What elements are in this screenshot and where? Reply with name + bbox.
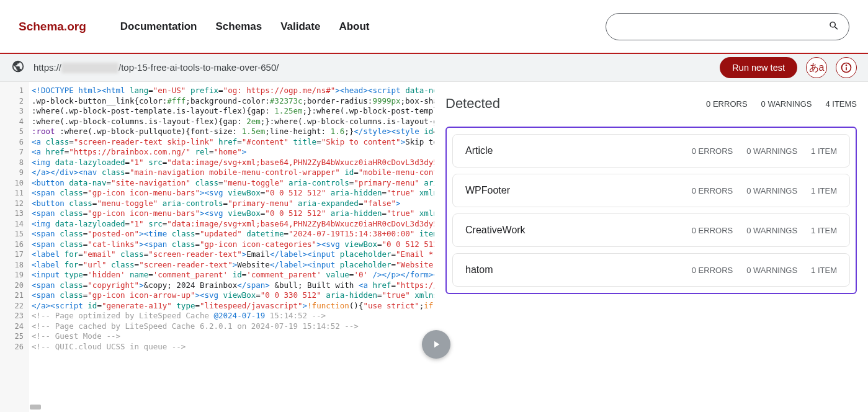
summary-warnings: 0 WARNINGS: [761, 99, 812, 109]
result-items: 1 ITEM: [811, 186, 837, 195]
nav-about[interactable]: About: [339, 20, 369, 33]
play-icon: [431, 339, 442, 350]
nav-documentation[interactable]: Documentation: [120, 20, 197, 33]
results-summary: 0 ERRORS 0 WARNINGS 4 ITEMS: [706, 99, 857, 109]
site-header: Schema.org Documentation Schemas Validat…: [0, 0, 868, 54]
result-warnings: 0 WARNINGS: [746, 146, 797, 156]
info-button[interactable]: [836, 57, 857, 78]
code-body[interactable]: <!DOCTYPE html><html lang="en-US" prefix…: [29, 82, 434, 412]
nav-validate[interactable]: Validate: [280, 20, 320, 33]
result-items: 1 ITEM: [811, 146, 837, 156]
code-panel: 1234567891011121314151617181920212223242…: [0, 82, 434, 412]
result-row-wpfooter[interactable]: WPFooter 0 ERRORS 0 WARNINGS 1 ITEM: [452, 174, 850, 207]
summary-items: 4 ITEMS: [825, 99, 857, 109]
results-items-highlight: Article 0 ERRORS 0 WARNINGS 1 ITEM WPFoo…: [445, 127, 857, 294]
search-form: [606, 13, 849, 40]
url-prefix: https://: [34, 62, 61, 73]
result-row-hatom[interactable]: hatom 0 ERRORS 0 WARNINGS 1 ITEM: [452, 253, 850, 287]
result-errors: 0 ERRORS: [692, 186, 733, 195]
result-row-creativework[interactable]: CreativeWork 0 ERRORS 0 WARNINGS 1 ITEM: [452, 213, 850, 247]
results-title: Detected: [445, 96, 500, 112]
result-errors: 0 ERRORS: [692, 266, 733, 275]
result-warnings: 0 WARNINGS: [746, 186, 797, 195]
search-button[interactable]: [828, 20, 839, 33]
url-suffix: /top-15-free-ai-tools-to-make-over-650/: [119, 62, 279, 73]
url-input[interactable]: https:///top-15-free-ai-tools-to-make-ov…: [34, 62, 711, 74]
result-errors: 0 ERRORS: [692, 146, 733, 156]
nav-schemas[interactable]: Schemas: [216, 20, 262, 33]
toggle-panel-button[interactable]: [422, 330, 450, 359]
result-name: Article: [465, 145, 493, 156]
brand-logo[interactable]: Schema.org: [19, 20, 86, 34]
url-redacted: [61, 63, 119, 73]
main-nav: Documentation Schemas Validate About: [120, 20, 370, 33]
result-name: hatom: [465, 264, 493, 275]
url-bar: https:///top-15-free-ai-tools-to-make-ov…: [0, 54, 868, 82]
globe-icon: [11, 60, 25, 76]
result-errors: 0 ERRORS: [692, 226, 733, 235]
svg-point-2: [846, 65, 847, 66]
result-items: 1 ITEM: [811, 266, 837, 275]
run-test-button[interactable]: Run new test: [720, 57, 797, 78]
language-button[interactable]: あa: [806, 57, 827, 78]
search-input[interactable]: [606, 13, 849, 40]
result-warnings: 0 WARNINGS: [746, 226, 797, 235]
horizontal-scroll-thumb[interactable]: [30, 405, 41, 410]
result-name: CreativeWork: [465, 225, 526, 236]
result-row-article[interactable]: Article 0 ERRORS 0 WARNINGS 1 ITEM: [452, 134, 850, 168]
line-gutter: 1234567891011121314151617181920212223242…: [0, 82, 29, 412]
summary-errors: 0 ERRORS: [706, 99, 747, 109]
result-warnings: 0 WARNINGS: [746, 266, 797, 275]
search-icon: [828, 20, 839, 31]
info-icon: [840, 61, 852, 74]
main-content: 1234567891011121314151617181920212223242…: [0, 82, 868, 412]
result-items: 1 ITEM: [811, 226, 837, 235]
results-header: Detected 0 ERRORS 0 WARNINGS 4 ITEMS: [445, 96, 857, 112]
result-name: WPFooter: [465, 185, 510, 196]
results-panel: Detected 0 ERRORS 0 WARNINGS 4 ITEMS Art…: [434, 82, 868, 412]
